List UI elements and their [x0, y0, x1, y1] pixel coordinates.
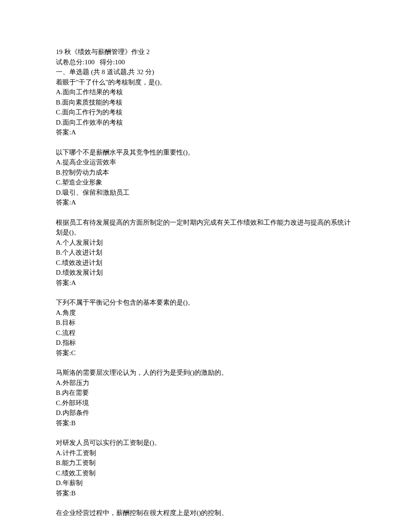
question-block: 下列不属于平衡记分卡包含的基本要素的是()。 A.角度 B.目标 C.流程 D.… — [56, 297, 355, 358]
section-heading: 一、单选题 (共 8 道试题,共 32 分) — [56, 67, 355, 77]
question-answer: 答案:A — [56, 127, 355, 138]
question-option: C.绩效工资制 — [56, 468, 355, 478]
question-option: A.计件工资制 — [56, 448, 355, 458]
question-option: D.吸引、保留和激励员工 — [56, 188, 355, 198]
question-option: A.提高企业运营效率 — [56, 157, 355, 168]
question-option: C.外部环境 — [56, 398, 355, 408]
question-option: D.年薪制 — [56, 478, 355, 488]
question-stem: 对研发人员可以实行的工资制是()。 — [56, 438, 355, 448]
question-stem: 下列不属于平衡记分卡包含的基本要素的是()。 — [56, 297, 355, 308]
question-block: 根据员工有待发展提高的方面所制定的一定时期内完成有关工作绩效和工作能力改进与提高… — [56, 218, 355, 288]
question-option: B.控制劳动力成本 — [56, 168, 355, 178]
question-option: C.流程 — [56, 328, 355, 338]
question-option: A.外部压力 — [56, 378, 355, 388]
document-title: 19 秋《绩效与薪酬管理》作业 2 — [56, 47, 355, 57]
question-block: 对研发人员可以实行的工资制是()。 A.计件工资制 B.能力工资制 C.绩效工资… — [56, 438, 355, 498]
question-option: C.绩效改进计划 — [56, 258, 355, 268]
question-block: 以下哪个不是薪酬水平及其竞争性的重要性()。 A.提高企业运营效率 B.控制劳动… — [56, 147, 355, 208]
question-option: B.目标 — [56, 318, 355, 328]
question-option: A.个人发展计划 — [56, 238, 355, 248]
question-option: D.绩效发展计划 — [56, 268, 355, 278]
question-answer: 答案:A — [56, 197, 355, 208]
question-answer: 答案:B — [56, 418, 355, 428]
question-option: D.内部条件 — [56, 408, 355, 418]
document-header: 19 秋《绩效与薪酬管理》作业 2 试卷总分:100 得分:100 一、单选题 … — [56, 47, 355, 138]
question-stem: 以下哪个不是薪酬水平及其竞争性的重要性()。 — [56, 147, 355, 158]
question-option: A.面向工作结果的考核 — [56, 87, 355, 97]
question-option: C.塑造企业形象 — [56, 177, 355, 188]
question-stem: 在企业经营过程中，薪酬控制在很大程度上是对()的控制。 — [56, 508, 355, 518]
question-option: C.面向工作行为的考核 — [56, 107, 355, 117]
question-answer: 答案:A — [56, 278, 355, 288]
question-option: B.内在需要 — [56, 388, 355, 398]
question-block: 在企业经营过程中，薪酬控制在很大程度上是对()的控制。 — [56, 508, 355, 518]
question-option: D.指标 — [56, 338, 355, 348]
question-answer: 答案:B — [56, 488, 355, 498]
question-option: D.面向工作效率的考核 — [56, 117, 355, 128]
question-option: B.个人改进计划 — [56, 247, 355, 258]
question-option: A.角度 — [56, 308, 355, 318]
question-stem: 马斯洛的需要层次理论认为，人的行为是受到()的激励的。 — [56, 368, 355, 378]
question-answer: 答案:C — [56, 348, 355, 358]
question-block: 马斯洛的需要层次理论认为，人的行为是受到()的激励的。 A.外部压力 B.内在需… — [56, 368, 355, 428]
question-option: B.面向素质技能的考核 — [56, 97, 355, 108]
score-line: 试卷总分:100 得分:100 — [56, 57, 355, 67]
question-stem: 根据员工有待发展提高的方面所制定的一定时期内完成有关工作绩效和工作能力改进与提高… — [56, 218, 355, 238]
question-stem: 着眼于"干了什么"的考核制度，是()。 — [56, 77, 355, 88]
question-option: B.能力工资制 — [56, 458, 355, 468]
